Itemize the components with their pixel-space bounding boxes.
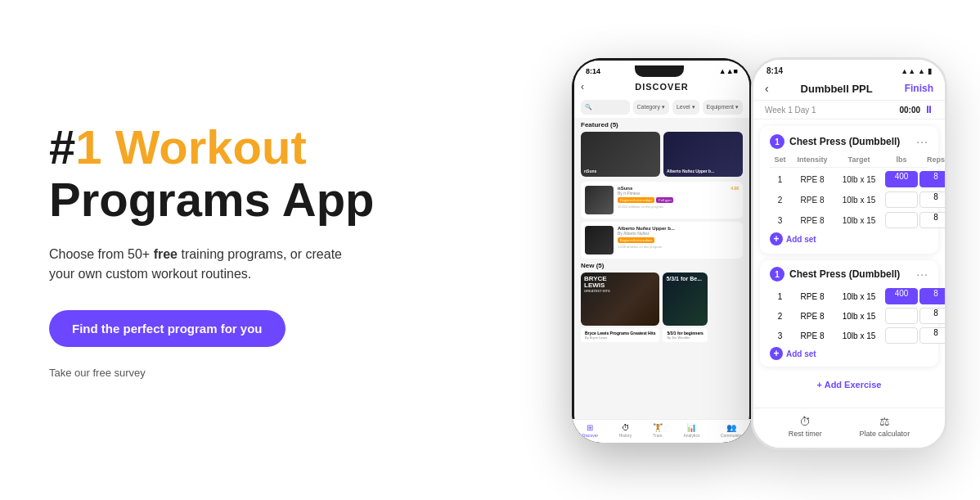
featured-cards: nSuns Alberto Nuñez Upper b... xyxy=(581,132,743,177)
status-time: 8:14 xyxy=(586,67,600,75)
set-lbs-1[interactable]: 400 xyxy=(885,171,918,187)
tag-beginner-intermediate: Beginner/Intermediate xyxy=(618,197,654,203)
set-lbs-3[interactable] xyxy=(885,212,918,228)
workout-bottom-bar: ⏱ Rest timer ⚖ Plate calculator xyxy=(753,408,945,448)
add-exercise-button[interactable]: + Add Exercise xyxy=(753,373,945,396)
ms3-num: 3 xyxy=(770,331,790,340)
discover-screen: 8:14 ▲▲■ ‹ DISCOVER 🔍 Category ▾ Level ▾ xyxy=(572,58,752,443)
ms3-lbs[interactable] xyxy=(885,327,918,344)
new-section-title: New (5) xyxy=(581,262,743,269)
exercise-number-2: 1 xyxy=(770,267,784,282)
nav-history-label: History xyxy=(619,433,632,438)
new-card-2[interactable]: 5/3/1 for Be... 5/3/1 for beginners By J… xyxy=(663,273,707,342)
new-program-cards: BRYCELEWIS GREATEST HITS Bryce Lewis Pro… xyxy=(581,273,743,342)
feat-card-2-title: Alberto Nuñez Upper b... xyxy=(667,169,714,173)
nav-discover[interactable]: ⊞ Discover xyxy=(582,423,598,438)
exercise-more-button[interactable]: ··· xyxy=(916,135,928,148)
status-bar: 8:14 ▲▲■ xyxy=(574,61,749,79)
discover-filters: 🔍 Category ▾ Level ▾ Equipment ▾ xyxy=(574,97,749,118)
survey-link[interactable]: Take our free survey xyxy=(49,367,376,379)
add-set-label: Add set xyxy=(786,235,816,244)
ms2-lbs[interactable] xyxy=(885,308,918,324)
col-lbs: lbs xyxy=(885,155,918,164)
exercise-name-2: Chest Press (Dumbbell) xyxy=(789,268,916,280)
prog-rating-1: 4.08 xyxy=(731,186,739,191)
new-prog-author-2: By Jim Wendler xyxy=(667,336,703,340)
program-list-item-1[interactable]: nSuns By n·Fitness Beginner/Intermediate… xyxy=(581,182,743,218)
workout-status-time: 8:14 xyxy=(766,66,783,75)
status-icons: ▲▲■ xyxy=(719,67,738,75)
equipment-filter[interactable]: Equipment ▾ xyxy=(703,100,743,115)
set-num-1: 1 xyxy=(770,175,790,184)
tag-full-gym: Full gym xyxy=(656,197,673,203)
cta-button[interactable]: Find the perfect program for you xyxy=(49,310,285,347)
discover-icon: ⊞ xyxy=(587,423,593,432)
back-arrow[interactable]: ‹ xyxy=(581,81,584,92)
nav-analytics[interactable]: 📊 Analytics xyxy=(683,423,699,438)
level-filter[interactable]: Level ▾ xyxy=(672,100,699,115)
subtitle: Choose from 50+ free training programs, … xyxy=(49,245,352,284)
add-set-button[interactable]: + Add set xyxy=(770,232,928,245)
discover-header: ‹ DISCOVER xyxy=(574,79,749,97)
workout-back-button[interactable]: ‹ xyxy=(765,82,769,95)
category-filter[interactable]: Category ▾ xyxy=(633,100,669,115)
headline-programs: Programs xyxy=(49,173,271,226)
ms1-reps[interactable]: 8 xyxy=(919,288,947,304)
set-reps-3[interactable]: 8 xyxy=(919,212,947,228)
phone-discover: 8:14 ▲▲■ ‹ DISCOVER 🔍 Category ▾ Level ▾ xyxy=(572,58,752,443)
set-lbs-2[interactable] xyxy=(885,191,918,208)
nav-community[interactable]: 👥 Community xyxy=(721,423,741,438)
prog-thumb-2 xyxy=(585,226,614,255)
add-set-button-2[interactable]: + Add set xyxy=(770,347,928,360)
add-set-plus-icon-2: + xyxy=(770,347,783,360)
ms2-num: 2 xyxy=(770,312,790,321)
add-set-plus-icon: + xyxy=(770,232,783,245)
featured-card-1[interactable]: nSuns xyxy=(581,132,660,177)
exercise-name: Chest Press (Dumbbell) xyxy=(789,136,916,147)
train-icon: 🏋 xyxy=(653,423,663,432)
mini-set-1: 1 RPE 8 10lb x 15 400 8 ✓ xyxy=(770,288,928,304)
rest-timer-label: Rest timer xyxy=(789,430,822,438)
battery-icon: ▮ xyxy=(928,67,932,75)
headline-hash: # xyxy=(49,120,75,173)
pause-button[interactable]: ⏸ xyxy=(924,104,933,115)
ms2-reps[interactable]: 8 xyxy=(919,308,947,324)
set-reps-1[interactable]: 8 xyxy=(919,171,947,187)
prog-tags-2: Beginner/Intermediate xyxy=(618,237,739,243)
ms3-int: RPE 8 xyxy=(792,331,833,340)
analytics-icon: 📊 xyxy=(686,423,696,432)
nav-analytics-label: Analytics xyxy=(683,433,699,438)
bryce-name: BRYCELEWIS xyxy=(584,276,610,289)
bottom-nav: ⊞ Discover ⏱ History 🏋 Train 📊 Analytics xyxy=(572,419,752,443)
set-num-3: 3 xyxy=(770,216,790,225)
exercise-section-2: 1 Chest Press (Dumbbell) ··· 1 RPE 8 10l… xyxy=(760,260,938,367)
history-icon: ⏱ xyxy=(622,423,630,432)
wifi-icon: ▲ xyxy=(918,67,925,75)
prog-tags-1: Beginner/Intermediate Full gym xyxy=(618,197,726,203)
nav-history[interactable]: ⏱ History xyxy=(619,423,632,438)
ms3-reps[interactable]: 8 xyxy=(919,327,947,344)
search-bar[interactable]: 🔍 xyxy=(581,100,630,115)
531-title: 5/3/1 for Be... xyxy=(666,276,702,282)
new-card-1[interactable]: BRYCELEWIS GREATEST HITS Bryce Lewis Pro… xyxy=(581,273,659,342)
headline-workout: Workout xyxy=(115,120,307,173)
program-list-item-2[interactable]: Alberto Nuñez Upper b... By Alberto Nuñe… xyxy=(581,222,743,259)
set-reps-2[interactable]: 8 xyxy=(919,191,947,208)
exercise-more-2[interactable]: ··· xyxy=(916,268,928,281)
new-prog-info-1: Bryce Lewis Programs Greatest Hits By Br… xyxy=(581,328,659,342)
rest-timer-action[interactable]: ⏱ Rest timer xyxy=(789,415,822,438)
workout-finish-button[interactable]: Finish xyxy=(905,83,933,94)
sets-header: Set Intensity Target lbs Reps xyxy=(770,155,928,168)
prog-author-1: By n·Fitness xyxy=(618,191,726,196)
col-reps: Reps xyxy=(919,155,947,164)
main-headline: #1 Workout Programs App xyxy=(49,121,376,226)
community-icon: 👥 xyxy=(726,423,736,432)
nav-train[interactable]: 🏋 Train xyxy=(653,423,663,438)
week-label: Week 1 Day 1 xyxy=(765,106,816,115)
featured-card-2[interactable]: Alberto Nuñez Upper b... xyxy=(663,132,743,177)
ms1-lbs[interactable]: 400 xyxy=(885,288,918,304)
workout-week-bar: Week 1 Day 1 00:00 ⏸ xyxy=(753,101,945,119)
workout-timer: 00:00 ⏸ xyxy=(899,104,933,115)
ms3-tgt: 10lb x 15 xyxy=(834,331,883,340)
plate-calc-action[interactable]: ⚖ Plate calculator xyxy=(860,415,910,438)
